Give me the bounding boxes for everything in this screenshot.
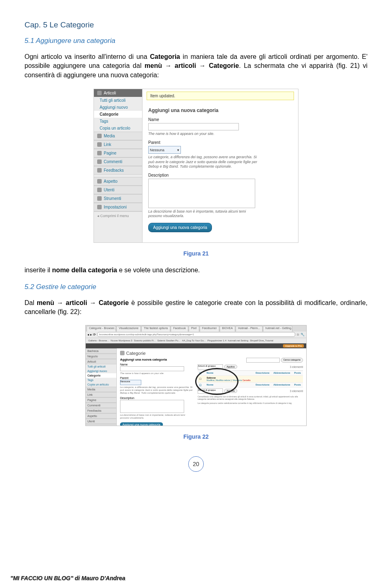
add-category-form: Aggiungi una nuova categoria Name The na… xyxy=(143,103,298,236)
side-aspetto[interactable]: Aspetto xyxy=(86,413,116,419)
panel-title: Aggiungi una nuova categoria xyxy=(120,358,194,361)
edit-link[interactable]: Modifica | Modifica veloce | | Visualizz… xyxy=(207,379,242,381)
sidebar-head-articoli[interactable]: Articoli xyxy=(94,89,142,97)
sidebar-collapse[interactable]: ◂ Comprimi il menu xyxy=(94,211,142,220)
address-bar[interactable]: bronzeonline.wordpress.com/wp-admin/edit… xyxy=(97,332,295,337)
insert-name-text: inserite il nome della categoria e se vo… xyxy=(24,266,368,275)
side-strumenti[interactable]: Strumenti xyxy=(86,424,116,426)
side-negozio[interactable]: Negozio xyxy=(86,354,116,359)
col-name[interactable]: Nome xyxy=(205,370,254,375)
search-input[interactable] xyxy=(246,358,280,363)
reload-icon[interactable]: ⟳ xyxy=(93,333,96,336)
forward-icon[interactable]: ▸ xyxy=(90,333,92,336)
wp2-sidebar: Bacheca Negozio Articoli Tutti gli artic… xyxy=(86,348,117,426)
bookmark[interactable]: Nuove Wordpress 3 xyxy=(111,339,132,342)
parent-label: Parent xyxy=(148,140,292,145)
category-icon xyxy=(120,351,125,355)
submit-button[interactable]: Aggiungi una nuova categoria xyxy=(148,223,212,232)
browser-tab[interactable]: Categorie - Browser... xyxy=(87,326,116,332)
side-bacheca[interactable]: Bacheca xyxy=(86,348,116,354)
browser-tab[interactable]: The fastest options xyxy=(141,326,170,332)
browser-tab[interactable]: Hotmail - Pierm... xyxy=(236,326,263,332)
name-input[interactable] xyxy=(120,366,184,371)
side-feedbacks[interactable]: Feedbacks xyxy=(86,408,116,413)
parent-select[interactable]: Nessuna▾ xyxy=(148,146,181,154)
bookmark[interactable]: Svezzio pubblic Fi... xyxy=(134,339,156,342)
sidebar-head-utenti[interactable]: Utenti xyxy=(94,186,142,194)
sidebar-item-categorie[interactable]: Categorie xyxy=(94,111,142,118)
arrow-icon: → xyxy=(87,299,98,306)
bookmark[interactable]: AA_Dog To Your Do... xyxy=(182,339,206,342)
body-5-2: Dal menù → articoli → Categorie è possib… xyxy=(24,298,368,317)
sidebar-head-feedbacks[interactable]: Feedbacks xyxy=(94,166,142,175)
side-tags[interactable]: Tags xyxy=(86,378,116,382)
bookmark[interactable]: Salenic Swollen Po... xyxy=(157,339,180,342)
col-slug[interactable]: Abbreviazione xyxy=(272,370,293,375)
apply-button[interactable]: Applica xyxy=(224,389,237,393)
wp2-body: Bacheca Negozio Articoli Tutti gli artic… xyxy=(86,348,306,426)
table-row[interactable]: ☐ Salesse Modifica | Modifica veloce | |… xyxy=(198,375,303,382)
wp-main: Item updated. Aggiungi una nuova categor… xyxy=(143,89,298,242)
sidebar-head-media[interactable]: Media xyxy=(94,132,142,140)
sidebar-head-aspetto[interactable]: Aspetto xyxy=(94,177,142,186)
delete-link[interactable]: Cancella xyxy=(243,379,250,381)
bulk-select[interactable]: Azioni di gruppo xyxy=(198,388,223,394)
bulk-select[interactable]: Azioni di gruppo xyxy=(198,364,223,370)
desc-textarea[interactable] xyxy=(148,179,255,208)
browser-tab[interactable]: Pixrl xyxy=(189,326,199,332)
back-icon[interactable]: ◂ xyxy=(87,333,89,336)
apply-button[interactable]: Applica xyxy=(224,365,237,369)
side-media[interactable]: Media xyxy=(86,387,116,392)
sidebar-item-tags[interactable]: Tags xyxy=(94,118,142,125)
side-all[interactable]: Tutti gli articoli xyxy=(86,364,116,369)
bookmark[interactable]: hotmail.net Setting xyxy=(228,339,248,342)
sidebar-item-add[interactable]: Aggiungi nuovo xyxy=(94,104,142,111)
checkbox[interactable]: ☐ xyxy=(199,378,201,380)
checkbox[interactable]: ☐ xyxy=(199,372,201,374)
bookmarks-bar: Galleria - Browse... Nuove Wordpress 3 S… xyxy=(86,338,306,343)
row-posts xyxy=(293,375,303,382)
name-label: Name xyxy=(120,363,194,366)
checkbox[interactable]: ☐ xyxy=(199,384,201,386)
side-pagine[interactable]: Pagine xyxy=(86,397,116,403)
side-articoli[interactable]: Articoli xyxy=(86,359,116,364)
upgrade-button[interactable]: Upgrade to Pro xyxy=(283,344,304,348)
side-categorie[interactable]: Categorie xyxy=(86,373,116,378)
side-copy[interactable]: Copia un articolo xyxy=(86,382,116,387)
bookmark[interactable]: Pingoptimizer 1.4 xyxy=(207,339,226,342)
side-utenti[interactable]: Utenti xyxy=(86,419,116,424)
browser-tab[interactable]: Facebook xyxy=(171,326,188,332)
browser-tab[interactable]: Visualizzazione xyxy=(116,326,141,332)
bookmark[interactable]: Galleria - Browse... xyxy=(88,339,109,342)
desc-textarea[interactable] xyxy=(120,400,184,413)
sidebar-head-link[interactable]: Link xyxy=(94,140,142,149)
star-icon[interactable]: ☆ xyxy=(296,333,299,336)
bookmark[interactable]: Shopelf Dive_Tutorial xyxy=(250,339,273,342)
name-input[interactable] xyxy=(148,123,239,130)
submit-button[interactable]: Aggiungi una nuova categoria xyxy=(120,422,163,426)
wp-topbar: Upgrade to Pro xyxy=(86,343,306,348)
b52-m1: menù xyxy=(37,299,54,306)
col-desc[interactable]: Descrizione xyxy=(254,370,272,375)
wrench-icon[interactable]: 🔧 xyxy=(301,333,305,336)
parent-select[interactable]: Nessuna xyxy=(120,380,141,385)
sidebar-head-impostazioni[interactable]: Impostazioni xyxy=(94,203,142,211)
sidebar-head-commenti[interactable]: Commenti xyxy=(94,157,142,166)
sidebar-item-all[interactable]: Tutti gli articoli xyxy=(94,97,142,104)
col-posts[interactable]: Posts xyxy=(293,370,303,375)
search-button[interactable]: Cerca categorie xyxy=(281,358,303,363)
sidebar-head-pagine[interactable]: Pagine xyxy=(94,149,142,157)
browser-tab[interactable]: Feedburner xyxy=(200,326,219,332)
sidebar-item-copy[interactable]: Copia un articolo xyxy=(94,125,142,132)
browser-tab[interactable]: hotmail.net - Getting... xyxy=(263,326,292,332)
label: Aspetto xyxy=(104,179,118,184)
side-link[interactable]: Link xyxy=(86,392,116,397)
browser-tab[interactable]: BIOVEA xyxy=(220,326,235,332)
parent-help: Le categorie, a differenza dei tag, poss… xyxy=(148,155,258,169)
side-add[interactable]: Aggiungi nuovo xyxy=(86,369,116,373)
sidebar-head-strumenti[interactable]: Strumenti xyxy=(94,194,142,203)
link-icon xyxy=(97,142,102,147)
side-commenti[interactable]: Commenti xyxy=(86,403,116,408)
section-5-2-title: 5.2 Gestire le categorie xyxy=(24,283,368,291)
figure-22-caption: Figura 22 xyxy=(24,433,368,440)
